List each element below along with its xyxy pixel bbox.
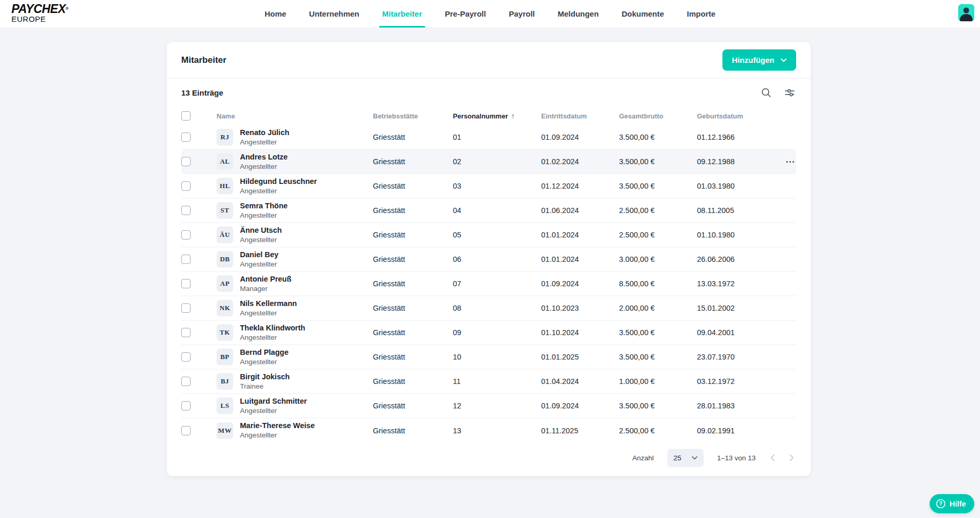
row-checkbox[interactable] [181, 426, 191, 435]
page-size-label: Anzahl [632, 454, 653, 462]
cell-personalnummer: 02 [453, 157, 541, 166]
table-row[interactable]: AL Andres Lotze Angestellter Griesstätt … [181, 150, 796, 174]
cell-eintrittsdatum: 01.11.2025 [541, 427, 619, 435]
entries-count: 13 Einträge [181, 88, 223, 97]
employee-role: Angestellter [240, 211, 288, 219]
user-avatar[interactable] [958, 4, 974, 21]
search-icon[interactable] [760, 86, 773, 99]
cell-gesamtbrutto: 8.500,00 € [619, 280, 697, 288]
row-checkbox[interactable] [181, 279, 191, 288]
add-employee-button[interactable]: Hinzufügen [722, 49, 796, 71]
sort-asc-icon: ↑ [511, 112, 515, 120]
employee-name-cell: DB Daniel Bey Angestellter [206, 251, 373, 268]
chevron-down-icon [781, 58, 787, 62]
column-header-name[interactable]: Name [206, 112, 373, 120]
row-checkbox[interactable] [181, 157, 191, 166]
row-checkbox[interactable] [181, 401, 191, 410]
cell-eintrittsdatum: 01.12.2024 [541, 182, 619, 190]
column-header-personalnummer[interactable]: Personalnummer ↑ [453, 112, 541, 120]
row-checkbox[interactable] [181, 181, 191, 191]
row-checkbox[interactable] [181, 206, 191, 215]
employee-initials-avatar: BP [217, 349, 233, 365]
employee-role: Angestellter [240, 236, 282, 244]
select-all-checkbox[interactable] [181, 111, 191, 121]
cell-personalnummer: 08 [453, 304, 541, 312]
employee-role: Angestellter [240, 309, 297, 317]
table-row[interactable]: NK Nils Kellermann Angestellter Griesstä… [181, 296, 796, 321]
row-checkbox[interactable] [181, 255, 191, 264]
table-row[interactable]: HL Hildegund Leuschner Angestellter Grie… [181, 174, 796, 198]
cell-gesamtbrutto: 3.500,00 € [619, 353, 697, 361]
employee-initials-avatar: DB [217, 251, 233, 268]
row-checkbox[interactable] [181, 230, 191, 240]
table-row[interactable]: MW Marie-Therese Weise Angestellter Grie… [181, 418, 796, 443]
column-header-gesamtbrutto[interactable]: Gesamtbrutto [619, 112, 697, 120]
cell-betriebsstaette: Griesstätt [373, 427, 453, 435]
svg-text:?: ? [939, 500, 942, 507]
pagination: Anzahl 25 1–13 von 13 [181, 443, 796, 473]
employee-name-cell: TK Thekla Klindworth Angestellter [206, 324, 373, 341]
employee-name: Marie-Therese Weise [240, 422, 315, 430]
cell-personalnummer: 03 [453, 182, 541, 190]
row-checkbox[interactable] [181, 352, 191, 362]
chevron-down-icon [692, 456, 697, 460]
nav-item-dokumente[interactable]: Dokumente [622, 0, 664, 28]
cell-eintrittsdatum: 01.09.2024 [541, 280, 619, 288]
cell-geburtsdatum: 03.12.1972 [697, 377, 775, 386]
table-row[interactable]: LS Luitgard Schmitter Angestellter Gries… [181, 394, 796, 418]
filter-settings-icon[interactable] [783, 86, 796, 99]
employee-name: Thekla Klindworth [240, 324, 305, 332]
paychex-logo[interactable]: PAYCHEX® EUROPE [11, 3, 69, 23]
nav-item-meldungen[interactable]: Meldungen [558, 0, 599, 28]
column-header-eintrittsdatum[interactable]: Eintrittsdatum [541, 112, 619, 120]
nav-item-home[interactable]: Home [264, 0, 286, 28]
question-circle-icon: ? [936, 499, 946, 509]
cell-eintrittsdatum: 01.01.2024 [541, 255, 619, 263]
table-row[interactable]: ÄU Änne Utsch Angestellter Griesstätt 05… [181, 223, 796, 247]
cell-gesamtbrutto: 3.500,00 € [619, 182, 697, 190]
cell-personalnummer: 09 [453, 328, 541, 337]
cell-betriebsstaette: Griesstätt [373, 255, 453, 263]
cell-personalnummer: 01 [453, 133, 541, 141]
employee-role: Trainee [240, 382, 290, 390]
cell-geburtsdatum: 15.01.2002 [697, 304, 775, 312]
row-checkbox[interactable] [181, 377, 191, 386]
row-checkbox[interactable] [181, 328, 191, 337]
employee-initials-avatar: MW [217, 422, 233, 439]
table-row[interactable]: TK Thekla Klindworth Angestellter Griess… [181, 321, 796, 345]
employee-name: Antonie Preuß [240, 275, 291, 283]
row-checkbox[interactable] [181, 303, 191, 313]
next-page-icon[interactable] [788, 453, 795, 462]
pagination-range: 1–13 von 13 [717, 454, 756, 462]
table-row[interactable]: DB Daniel Bey Angestellter Griesstätt 06… [181, 247, 796, 272]
cell-geburtsdatum: 08.11.2005 [697, 206, 775, 215]
employee-name-cell: ÄU Änne Utsch Angestellter [206, 227, 373, 244]
row-checkbox[interactable] [181, 132, 191, 142]
table-row[interactable]: AP Antonie Preuß Manager Griesstätt 07 0… [181, 272, 796, 296]
page-title: Mitarbeiter [181, 55, 226, 65]
nav-item-payroll[interactable]: Payroll [509, 0, 535, 28]
cell-geburtsdatum: 13.03.1972 [697, 280, 775, 288]
table-row[interactable]: ST Semra Thöne Angestellter Griesstätt 0… [181, 198, 796, 223]
table-row[interactable]: RJ Renato Jülich Angestellter Griesstätt… [181, 125, 796, 150]
cell-gesamtbrutto: 3.000,00 € [619, 255, 697, 263]
table-row[interactable]: BP Bernd Plagge Angestellter Griesstätt … [181, 345, 796, 369]
nav-item-mitarbeiter[interactable]: Mitarbeiter [382, 0, 422, 28]
cell-geburtsdatum: 01.10.1980 [697, 231, 775, 239]
help-button[interactable]: ? Hilfe [930, 494, 974, 513]
table-row[interactable]: BJ Birgit Jokisch Trainee Griesstätt 11 … [181, 369, 796, 394]
employee-initials-avatar: AL [217, 153, 233, 170]
employee-name-cell: RJ Renato Jülich Angestellter [206, 129, 373, 146]
cell-geburtsdatum: 26.06.2006 [697, 255, 775, 263]
nav-item-unternehmen[interactable]: Unternehmen [309, 0, 359, 28]
column-header-betriebsstaette[interactable]: Betriebsstätte [373, 112, 453, 120]
row-menu-icon[interactable] [775, 161, 796, 163]
column-header-geburtsdatum[interactable]: Geburtsdatum [697, 112, 775, 120]
cell-eintrittsdatum: 01.01.2025 [541, 353, 619, 361]
page-size-select[interactable]: 25 [667, 449, 704, 467]
logo-name: PAYCHEX® [11, 3, 69, 15]
nav-item-pre-payroll[interactable]: Pre-Payroll [445, 0, 486, 28]
previous-page-icon[interactable] [769, 453, 776, 462]
nav-item-importe[interactable]: Importe [687, 0, 716, 28]
cell-betriebsstaette: Griesstätt [373, 133, 453, 141]
